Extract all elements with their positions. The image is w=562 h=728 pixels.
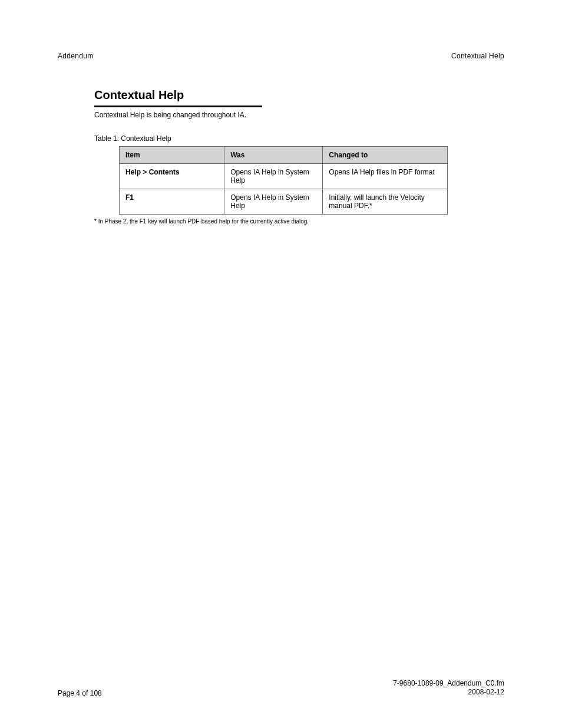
footer-doc-date: 2008-02-12 [393, 688, 504, 697]
heading-rule [94, 106, 262, 107]
footer-doc-info: 7-9680-1089-09_Addendum_C0.fm 2008-02-12 [393, 679, 504, 697]
page: Addendum Contextual Help Contextual Help… [0, 0, 562, 728]
table-row: F1 Opens IA Help in System Help Initiall… [120, 189, 448, 215]
section-heading: Contextual Help [94, 88, 480, 102]
header-left: Addendum [58, 52, 93, 60]
footer-doc-filename: 7-9680-1089-09_Addendum_C0.fm [393, 679, 504, 689]
footnote: * In Phase 2, the F1 key will launch PDF… [94, 218, 480, 225]
cell-item: Help > Contents [120, 164, 224, 189]
spec-table: Item Was Changed to Help > Contents Open… [119, 146, 448, 215]
cell-item: F1 [120, 189, 224, 215]
table-caption: Table 1: Contextual Help [94, 134, 480, 143]
cell-changed: Initially, will launch the Velocity manu… [323, 189, 448, 215]
page-header: Addendum Contextual Help [58, 52, 504, 60]
col-was: Was [224, 147, 323, 164]
col-item: Item [120, 147, 224, 164]
section-intro: Contextual Help is being changed through… [94, 111, 480, 119]
page-footer: Page 4 of 108 7-9680-1089-09_Addendum_C0… [58, 679, 504, 697]
cell-changed: Opens IA Help files in PDF format [323, 164, 448, 189]
cell-was: Opens IA Help in System Help [224, 164, 323, 189]
col-changed: Changed to [323, 147, 448, 164]
footer-page-number: Page 4 of 108 [58, 689, 102, 697]
cell-was: Opens IA Help in System Help [224, 189, 323, 215]
table-header-row: Item Was Changed to [120, 147, 448, 164]
header-right: Contextual Help [451, 52, 504, 60]
content-area: Contextual Help Contextual Help is being… [94, 88, 480, 225]
table-row: Help > Contents Opens IA Help in System … [120, 164, 448, 189]
